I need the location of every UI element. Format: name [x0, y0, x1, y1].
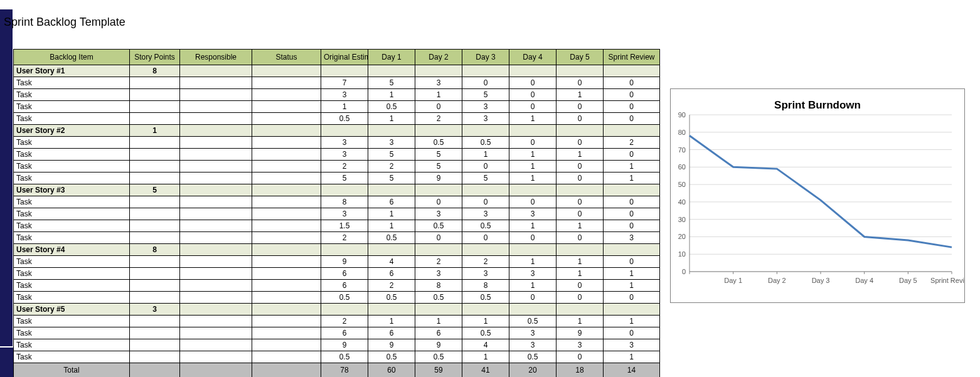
cell[interactable]	[180, 363, 252, 378]
cell[interactable]	[604, 184, 660, 196]
cell[interactable]: 0	[604, 292, 660, 304]
cell[interactable]: 2	[415, 256, 462, 268]
cell[interactable]	[252, 316, 321, 327]
cell[interactable]	[180, 280, 252, 292]
cell[interactable]: 0	[557, 208, 604, 220]
cell[interactable]: Task	[14, 77, 130, 89]
cell[interactable]: 6	[321, 327, 368, 339]
cell[interactable]	[252, 339, 321, 351]
cell[interactable]: 9	[557, 327, 604, 339]
cell[interactable]	[180, 101, 252, 113]
cell[interactable]: 3	[415, 77, 462, 89]
cell[interactable]: 1	[604, 173, 660, 184]
cell[interactable]: 0.5	[509, 351, 557, 363]
cell[interactable]: 6	[321, 268, 368, 280]
cell[interactable]: 0.5	[368, 232, 415, 244]
cell[interactable]	[604, 244, 660, 256]
cell[interactable]: 0	[604, 256, 660, 268]
cell[interactable]: 9	[368, 339, 415, 351]
cell[interactable]	[180, 268, 252, 280]
cell[interactable]: 4	[368, 256, 415, 268]
cell[interactable]: 0	[604, 101, 660, 113]
cell[interactable]: 5	[462, 173, 509, 184]
cell[interactable]	[321, 244, 368, 256]
cell[interactable]	[180, 149, 252, 161]
cell[interactable]	[462, 65, 509, 77]
cell[interactable]	[368, 125, 415, 137]
cell[interactable]	[604, 304, 660, 316]
cell[interactable]: 41	[462, 363, 509, 378]
cell[interactable]	[180, 339, 252, 351]
cell[interactable]	[130, 101, 180, 113]
cell[interactable]: 1	[604, 316, 660, 327]
cell[interactable]: 8	[415, 280, 462, 292]
col-day1[interactable]: Day 1	[368, 50, 415, 65]
cell[interactable]: 1	[462, 149, 509, 161]
cell[interactable]: 3	[604, 339, 660, 351]
cell[interactable]	[557, 304, 604, 316]
cell[interactable]: 3	[130, 304, 180, 316]
cell[interactable]	[252, 184, 321, 196]
cell[interactable]: 9	[415, 339, 462, 351]
cell[interactable]: 0	[509, 89, 557, 101]
cell[interactable]	[130, 149, 180, 161]
cell[interactable]: 1	[604, 351, 660, 363]
cell[interactable]: 0.5	[462, 137, 509, 149]
cell[interactable]	[180, 220, 252, 232]
cell[interactable]: 3	[557, 339, 604, 351]
cell[interactable]	[180, 244, 252, 256]
cell[interactable]: 0.5	[462, 292, 509, 304]
cell[interactable]	[130, 316, 180, 327]
cell[interactable]	[557, 125, 604, 137]
cell[interactable]: 0	[557, 232, 604, 244]
cell[interactable]: User Story #5	[14, 304, 130, 316]
cell[interactable]	[509, 184, 557, 196]
cell[interactable]: 0	[604, 327, 660, 339]
cell[interactable]	[462, 304, 509, 316]
cell[interactable]: 1	[557, 149, 604, 161]
cell[interactable]	[415, 304, 462, 316]
cell[interactable]: 2	[415, 113, 462, 125]
cell[interactable]	[130, 220, 180, 232]
cell[interactable]: 3	[415, 268, 462, 280]
cell[interactable]: 0.5	[415, 137, 462, 149]
cell[interactable]: 0.5	[509, 316, 557, 327]
cell[interactable]	[252, 363, 321, 378]
cell[interactable]: 20	[509, 363, 557, 378]
cell[interactable]	[130, 137, 180, 149]
cell[interactable]	[130, 113, 180, 125]
cell[interactable]	[130, 280, 180, 292]
cell[interactable]: 9	[321, 256, 368, 268]
cell[interactable]: Task	[14, 316, 130, 327]
cell[interactable]: 9	[415, 173, 462, 184]
col-review[interactable]: Sprint Review	[604, 50, 660, 65]
cell[interactable]: 3	[415, 208, 462, 220]
cell[interactable]: Task	[14, 113, 130, 125]
cell[interactable]	[321, 304, 368, 316]
cell[interactable]: 1	[130, 125, 180, 137]
cell[interactable]	[130, 208, 180, 220]
cell[interactable]: 0	[604, 149, 660, 161]
cell[interactable]	[252, 101, 321, 113]
cell[interactable]: 0.5	[368, 292, 415, 304]
cell[interactable]	[252, 256, 321, 268]
col-status[interactable]: Status	[252, 50, 321, 65]
cell[interactable]	[180, 256, 252, 268]
cell[interactable]	[180, 173, 252, 184]
cell[interactable]: Task	[14, 149, 130, 161]
col-backlog[interactable]: Backlog Item	[14, 50, 130, 65]
cell[interactable]: 6	[368, 196, 415, 208]
cell[interactable]	[368, 184, 415, 196]
cell[interactable]: Task	[14, 89, 130, 101]
cell[interactable]: 6	[368, 327, 415, 339]
cell[interactable]: 9	[321, 339, 368, 351]
cell[interactable]: 0.5	[415, 292, 462, 304]
cell[interactable]	[252, 161, 321, 173]
cell[interactable]	[604, 65, 660, 77]
cell[interactable]: 2	[604, 137, 660, 149]
cell[interactable]: User Story #2	[14, 125, 130, 137]
cell[interactable]	[180, 232, 252, 244]
cell[interactable]	[252, 65, 321, 77]
cell[interactable]: Task	[14, 137, 130, 149]
cell[interactable]	[180, 89, 252, 101]
